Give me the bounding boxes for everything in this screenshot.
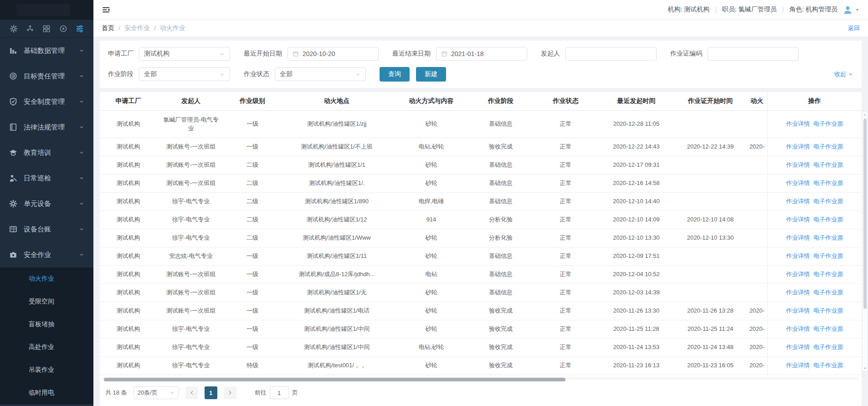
sidebar-item-safety-system[interactable]: 安全制度管理 [0,89,93,114]
page-number-1[interactable]: 1 [205,386,217,399]
e-ticket-link[interactable]: 电子作业票 [813,120,843,127]
gear-icon[interactable] [10,25,18,33]
sidebar-item-basic-data[interactable]: 基础数据管理 [0,38,93,63]
sidebar-item-equipment-ledger[interactable]: 设备台账 [0,216,93,242]
e-ticket-link[interactable]: 电子作业票 [813,198,843,205]
e-ticket-link[interactable]: 电子作业票 [813,271,843,278]
job-detail-link[interactable]: 作业详情 [786,289,810,296]
submenu-item-confined-space[interactable]: 受限空间 [0,290,93,313]
grid-icon[interactable] [42,25,51,33]
fold-icon [102,5,110,14]
row-actions: 作业详情电子作业票 [767,138,862,156]
e-ticket-link[interactable]: 电子作业票 [813,325,843,332]
column-header: 发起人 [157,92,225,110]
job-detail-link[interactable]: 作业详情 [786,252,810,259]
submenu-item-hot-work[interactable]: 动火作业 [0,267,93,290]
e-ticket-link[interactable]: 电子作业票 [813,344,843,350]
horizontal-scrollbar-thumb[interactable] [104,378,565,381]
vertical-scrollbar[interactable] [862,112,868,371]
job-detail-link[interactable]: 作业详情 [786,234,810,241]
e-ticket-link[interactable]: 电子作业票 [813,307,843,314]
user-menu-button[interactable] [843,5,860,15]
sidebar-item-label: 法律法规管理 [24,123,65,132]
e-ticket-link[interactable]: 电子作业票 [813,216,843,223]
breadcrumb-item[interactable]: 首页 [102,24,114,32]
e-ticket-link[interactable]: 电子作业票 [813,180,843,186]
table-cell: 砂轮 [394,174,469,192]
table-cell: 砂轮 [394,283,469,302]
table-cell [674,265,747,283]
page-size-select[interactable]: 20条/页 [134,386,179,399]
row-actions: 作业详情电子作业票 [767,302,862,320]
chevron-down-icon [79,124,84,130]
next-page-button[interactable] [224,386,236,399]
end-date-input[interactable]: 2021-01-18 [436,47,527,61]
submenu-item-temporary-power[interactable]: 临时用电 [0,381,93,404]
sidebar-item-target-responsibility[interactable]: 目标责任管理 [0,63,93,89]
job-detail-link[interactable]: 作业详情 [786,344,810,350]
table-cell: 测试机构 [100,211,157,229]
table-cell: 测试机构/油性罐区1/Www [280,229,394,247]
sidebar-item-laws-regulations[interactable]: 法律法规管理 [0,114,93,140]
table-row: 测试机构徐宇-电气专业二级测试机构/油性罐区1/890电焊,电锤基础信息正常20… [100,192,862,211]
job-detail-link[interactable]: 作业详情 [786,198,810,205]
prev-page-button[interactable] [185,386,198,399]
table-cell: 一级 [225,265,280,283]
collapse-sidebar-button[interactable] [102,5,110,14]
table-cell: 测试账号-一次班组 [157,302,225,320]
table-row: 测试机构测试账号-一次班组一级测试机构/油性罐区1/电话砂轮验收完成正常2020… [100,302,862,320]
submenu-item-blind-plate[interactable]: 盲板堵抽 [0,313,93,336]
job-detail-link[interactable]: 作业详情 [786,325,810,332]
collapse-filter-link[interactable]: 收起 [834,70,853,78]
table-cell: 正常 [533,156,599,174]
logo-image [16,4,70,16]
table-cell: 正常 [533,229,599,247]
job-detail-link[interactable]: 作业详情 [786,307,810,314]
sliders-icon[interactable] [76,25,84,33]
job-detail-link[interactable]: 作业详情 [786,271,810,278]
scroll-up-arrow[interactable] [863,112,867,118]
job-detail-link[interactable]: 作业详情 [786,362,810,369]
sidebar-item-daily-inspection[interactable]: 日常巡检 [0,165,93,191]
e-ticket-link[interactable]: 电子作业票 [813,161,843,168]
vertical-scrollbar-thumb[interactable] [863,118,867,309]
table-cell [674,156,747,174]
sidebar-item-unit-equipment[interactable]: 单元设备 [0,191,93,216]
e-ticket-link[interactable]: 电子作业票 [813,289,843,296]
job-detail-link[interactable]: 作业详情 [786,161,810,168]
e-ticket-link[interactable]: 电子作业票 [813,143,843,150]
back-link[interactable]: 返回 [848,24,860,32]
sidebar-item-safety-work[interactable]: 安全作业 [0,242,93,267]
factory-select[interactable]: 测试机构 [139,47,230,61]
table-cell: 2020-11-25 11:28 [599,320,674,338]
e-ticket-link[interactable]: 电子作业票 [813,234,843,241]
e-ticket-link[interactable]: 电子作业票 [813,362,843,369]
status-select[interactable]: 全部 [275,67,366,81]
submenu-item-height-work[interactable]: 高处作业 [0,336,93,359]
submenu-item-lifting-work[interactable]: 吊装作业 [0,359,93,381]
table-cell [674,110,747,138]
permit-code-input[interactable] [708,47,799,61]
job-detail-link[interactable]: 作业详情 [786,180,810,186]
goto-page-input[interactable] [270,386,289,399]
initiator-input[interactable] [565,47,657,61]
search-button[interactable]: 查询 [380,67,410,82]
table-cell: 测试账号-一次班组 [157,174,225,192]
job-detail-link[interactable]: 作业详情 [786,216,810,223]
radiation-icon[interactable] [26,25,34,33]
create-button[interactable]: 新建 [416,67,446,82]
e-ticket-link[interactable]: 电子作业票 [813,252,843,259]
horizontal-scrollbar[interactable] [103,377,859,380]
sidebar-item-education-training[interactable]: 教育培训 [0,140,93,165]
job-detail-link[interactable]: 作业详情 [786,120,810,127]
stage-select[interactable]: 全部 [139,67,230,81]
bar-chart-icon [9,46,17,55]
table-cell [747,110,767,138]
table-row: 测试机构测试账号-一次班组一级测试机构/油性罐区1/无砂轮基础信息正常2020-… [100,283,862,302]
table-cell: 2020-12-17 09:31 [599,156,674,174]
scroll-down-arrow[interactable] [863,365,867,371]
job-detail-link[interactable]: 作业详情 [786,143,810,150]
start-date-input[interactable]: 2020-10-20 [288,47,379,61]
record-icon[interactable] [59,25,67,33]
graduation-icon [9,149,17,157]
